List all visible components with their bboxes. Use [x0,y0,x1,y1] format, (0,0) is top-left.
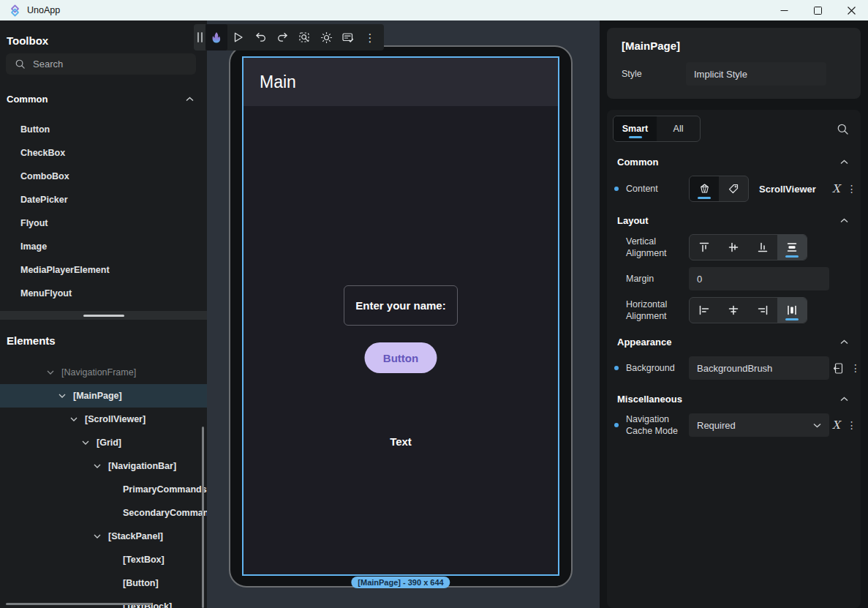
toolbox-item-passwordbox[interactable]: PasswordBox [0,305,207,311]
chevron-down-icon[interactable] [82,440,97,445]
content-value[interactable]: ScrollViewer [759,184,816,195]
toolbox-item-datepicker[interactable]: DatePicker [0,188,207,211]
play-button[interactable] [227,24,249,50]
tab-smart[interactable]: Smart [614,116,657,141]
tree-item-textbox[interactable]: [TextBox] [0,548,207,571]
toolbox-item-combobox[interactable]: ComboBox [0,165,207,188]
design-navigationbar[interactable]: Main [244,58,558,106]
align-bottom-icon [756,241,769,254]
tree-item-mainpage[interactable]: [MainPage] [0,384,207,408]
section-appearance[interactable]: Appearance [607,331,861,353]
toolbox-section-common[interactable]: Common [0,89,207,109]
section-layout[interactable]: Layout [607,209,861,231]
tree-item-textblock[interactable]: [TextBlock] [0,595,207,608]
background-input[interactable]: BackgroundBrush [689,356,829,380]
vertical-alignment-label: Vertical Alignment [626,236,689,260]
design-textblock[interactable]: Text [390,435,412,448]
elements-horizontal-scrollbar[interactable] [6,603,152,605]
page-title: Main [260,72,296,92]
section-miscellaneous[interactable]: Miscellaneous [607,388,861,410]
halign-center-button[interactable] [719,298,748,323]
valign-stretch-button[interactable] [777,235,807,260]
halign-stretch-button[interactable] [777,298,807,323]
content-element-mode-button[interactable] [690,176,719,201]
toolbox-item-image[interactable]: Image [0,235,207,258]
chevron-down-icon[interactable] [47,370,61,375]
tree-item-button[interactable]: [Button] [0,571,207,595]
section-common[interactable]: Common [607,151,861,173]
more-options-button[interactable]: ⋮ [359,24,381,50]
toolbox-search[interactable] [6,53,196,75]
valign-center-button[interactable] [719,235,748,260]
elements-title: Elements [7,334,207,347]
selection-size-badge: [MainPage] - 390 x 644 [351,577,450,588]
tree-item-scrollviewer[interactable]: [ScrollViewer] [0,408,207,431]
resource-reference-icon[interactable] [832,362,844,375]
chevron-down-icon[interactable] [70,417,85,421]
window-controls [767,0,868,20]
tree-item-stackpanel[interactable]: [StackPanel] [0,525,207,548]
properties-tabs-row: Smart All [607,110,861,146]
tag-icon [728,183,739,195]
theme-toggle-button[interactable] [315,24,337,50]
checklist-icon [341,31,355,44]
background-property-row: Background BackgroundBrush ⋮ [607,353,861,383]
align-right-icon [756,304,769,317]
toolbox-item-button[interactable]: Button [0,118,207,141]
toolbox-item-mediaplayerelement[interactable]: MediaPlayerElement [0,258,207,282]
panel-splitter[interactable] [0,311,207,320]
toolbar-drag-handle[interactable] [194,24,205,50]
xaml-markup-icon[interactable]: X [832,419,840,432]
toolbox-item-flyout[interactable]: Flyout [0,211,207,235]
flame-icon [211,31,222,44]
kebab-menu-icon[interactable]: ⋮ [847,420,857,430]
chevron-down-icon[interactable] [59,394,73,398]
minimize-button[interactable] [767,0,801,20]
valign-top-button[interactable] [690,235,719,260]
style-rules-button[interactable] [337,24,359,50]
tree-item-grid[interactable]: [Grid] [0,431,207,454]
design-button[interactable]: Button [365,342,437,373]
xaml-markup-icon[interactable]: X [832,182,840,195]
inspect-element-button[interactable] [293,24,315,50]
navigation-cache-mode-select[interactable]: Required [689,413,829,437]
toolbox-item-menuflyout[interactable]: MenuFlyout [0,282,207,305]
tree-item-navigationframe[interactable]: [NavigationFrame] [0,361,207,384]
margin-input[interactable]: 0 [689,267,829,290]
elements-vertical-scrollbar[interactable] [202,427,204,608]
tree-item-navigationbar[interactable]: [NavigationBar] [0,454,207,478]
designer-toolbar: ⋮ [194,24,384,50]
horizontal-alignment-label: Horizontal Alignment [626,299,689,323]
margin-label: Margin [626,273,689,285]
content-tag-mode-button[interactable] [719,176,748,201]
hot-design-button[interactable] [205,24,227,50]
stretch-vertical-icon [785,241,799,254]
chevron-up-icon [840,218,848,223]
tree-item-primarycommands[interactable]: PrimaryCommands [0,478,207,501]
chevron-down-icon[interactable] [94,464,108,468]
search-input[interactable] [33,59,179,70]
horizontal-alignment-segmented [689,297,807,323]
valign-bottom-button[interactable] [748,235,777,260]
content-label: Content [626,183,689,195]
tab-all[interactable]: All [657,116,700,141]
toolbox-item-checkbox[interactable]: CheckBox [0,141,207,165]
halign-left-button[interactable] [690,298,719,323]
chevron-down-icon[interactable] [94,534,108,538]
selected-element-card: [MainPage] Style Implicit Style [607,28,861,99]
close-button[interactable] [834,0,868,20]
search-icon[interactable] [837,123,849,135]
kebab-menu-icon[interactable]: ⋮ [847,184,857,194]
design-page-mainpage[interactable]: Main Enter your name: Button Text [242,56,559,576]
undo-button[interactable] [249,24,271,50]
tree-item-secondarycommands[interactable]: SecondaryCommands [0,501,207,525]
halign-right-button[interactable] [748,298,777,323]
inspect-icon [298,31,311,44]
design-canvas[interactable]: Main Enter your name: Button Text [MainP… [207,20,600,608]
maximize-button[interactable] [801,0,834,20]
content-mode-segmented [689,176,749,202]
redo-button[interactable] [271,24,293,50]
kebab-menu-icon[interactable]: ⋮ [850,363,861,373]
style-input[interactable]: Implicit Style [686,62,826,86]
design-textbox[interactable]: Enter your name: [344,285,458,326]
